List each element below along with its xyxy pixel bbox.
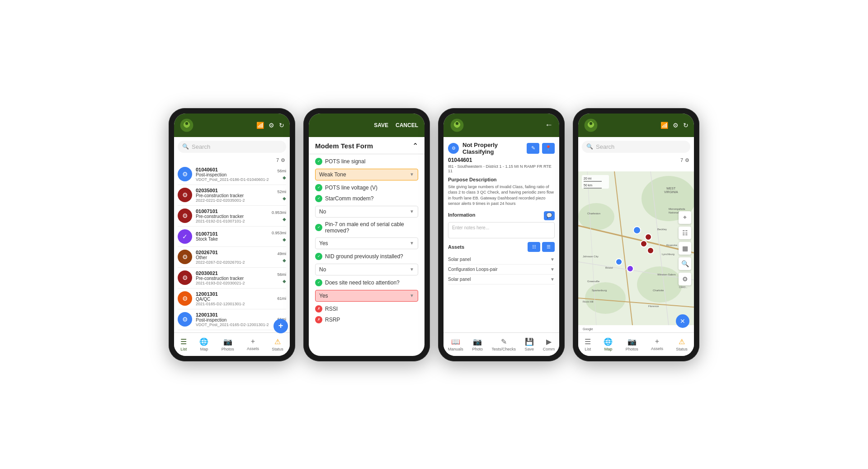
field-label: ✓ NID ground previously installed? bbox=[315, 253, 418, 260]
item-name: Post-inspection bbox=[196, 172, 274, 177]
collapse-icon[interactable]: ⌃ bbox=[412, 142, 418, 150]
settings-icon[interactable]: ⚙ bbox=[673, 122, 679, 129]
phone1-list[interactable]: ⚙ 01040601 Post-inspection VDOT_Post_202… bbox=[174, 164, 290, 332]
field-label: ✓ Pin-7 on male end of serial cable remo… bbox=[315, 221, 418, 234]
select-value: Yes bbox=[319, 293, 328, 299]
grid-view-button[interactable]: ☷ bbox=[528, 242, 540, 252]
refresh-icon[interactable]: ↻ bbox=[683, 122, 689, 129]
form-field-no1[interactable]: No ▼ bbox=[315, 206, 418, 218]
map-screen[interactable]: 20 mi 50 km WEST VIRGINIA Monongahela Na… bbox=[578, 164, 694, 332]
item-info: 02026701 Other 2022-0267-D2-02026701-2 bbox=[196, 250, 274, 265]
list-item[interactable]: ⚙ 01007101 Pre-construction tracker 2021… bbox=[178, 206, 286, 227]
nav-list-p4[interactable]: ☰ List bbox=[585, 337, 591, 351]
nav-comm[interactable]: ▶ Comm bbox=[543, 337, 555, 351]
save-button[interactable]: SAVE bbox=[374, 122, 388, 128]
nav-save[interactable]: 💾 Save bbox=[525, 337, 534, 351]
list-item[interactable]: ⚙ 02026701 Other 2022-0267-D2-02026701-2… bbox=[178, 247, 286, 268]
list-item[interactable]: ⚙ 12001301 QA/QC 2021-0165-D2-12001301-2… bbox=[178, 289, 286, 309]
asset-item[interactable]: Solar panel ▼ bbox=[448, 255, 555, 265]
form-field-no2[interactable]: No ▼ bbox=[315, 264, 418, 275]
app-logo-p3 bbox=[450, 118, 464, 133]
nav-map-p4[interactable]: 🌐 Map bbox=[604, 337, 613, 351]
map-controls: ⌖ ☷ ▦ 🔍 ⚙ bbox=[679, 211, 691, 285]
nav-photo[interactable]: 📷 Photo bbox=[472, 337, 483, 351]
settings-icon[interactable]: ⚙ bbox=[269, 122, 274, 129]
nav-manuals[interactable]: 📖 Manuals bbox=[448, 337, 463, 351]
location-button[interactable]: 📍 bbox=[542, 143, 555, 154]
form-field-weak-tone[interactable]: Weak Tone ▼ bbox=[315, 169, 418, 180]
field-label-text: StarComm modem? bbox=[325, 195, 373, 202]
location-ctrl[interactable]: ⌖ bbox=[679, 211, 691, 224]
phone4-search-bar[interactable]: 🔍 Search bbox=[582, 141, 690, 153]
svg-text:WEST: WEST bbox=[666, 187, 676, 190]
phone1-search-bar[interactable]: 🔍 Search bbox=[178, 141, 286, 153]
field-label: ✓ POTS line voltage (V) bbox=[315, 184, 418, 191]
select-value: No bbox=[319, 208, 326, 215]
nav-list[interactable]: ☰ List bbox=[180, 337, 187, 351]
item-distance: 56mi bbox=[277, 169, 286, 173]
nav-tests[interactable]: ✎ Tests/Checks bbox=[492, 337, 516, 351]
item-right: 49mi ◆ bbox=[277, 251, 286, 263]
nav-comm-label: Comm bbox=[543, 347, 555, 351]
svg-point-18 bbox=[645, 234, 651, 240]
asset-item[interactable]: Solar panel ▼ bbox=[448, 275, 555, 284]
nav-status-p4[interactable]: ⚠ Status bbox=[676, 337, 688, 351]
weak-tone-select[interactable]: Weak Tone ▼ bbox=[315, 169, 418, 180]
cancel-button[interactable]: CANCEL bbox=[396, 122, 418, 128]
item-icon: ⚙ bbox=[178, 250, 192, 264]
form-field-yes2[interactable]: Yes ▼ bbox=[315, 290, 418, 302]
back-icon[interactable]: ← bbox=[545, 120, 553, 130]
nav-map[interactable]: 🌐 Map bbox=[199, 337, 208, 351]
item-info: 12001301 Post-inspection VDOT_Post_2021-… bbox=[196, 312, 274, 327]
item-distance: 0.953mi bbox=[272, 231, 286, 235]
nav-photos[interactable]: 📷 Photos bbox=[222, 337, 234, 351]
expand-icon: ▼ bbox=[550, 267, 555, 272]
form-field-rsrp: ✗ RSRP bbox=[315, 316, 418, 323]
no-select-1[interactable]: No ▼ bbox=[315, 206, 418, 218]
form-field-rssi: ✗ RSSI bbox=[315, 305, 418, 313]
item-right: 0.953mi ◆ bbox=[272, 210, 286, 222]
item-id: 02035001 bbox=[196, 188, 274, 193]
add-fab[interactable]: + bbox=[274, 319, 288, 333]
no-select-2[interactable]: No ▼ bbox=[315, 264, 418, 275]
photo-icon: 📷 bbox=[473, 337, 482, 346]
layers-ctrl[interactable]: ▦ bbox=[679, 242, 691, 255]
yes-select-2[interactable]: Yes ▼ bbox=[315, 290, 418, 302]
item-id: 01007101 bbox=[196, 231, 268, 237]
close-map-fab[interactable]: ✕ bbox=[676, 314, 689, 328]
zoom-ctrl[interactable]: 🔍 bbox=[679, 257, 691, 270]
form-field-starcomm: ✓ StarComm modem? bbox=[315, 195, 418, 202]
nav-list-label: List bbox=[585, 347, 591, 351]
refresh-icon[interactable]: ↻ bbox=[279, 122, 284, 129]
list-item[interactable]: ⚙ 12001301 Post-inspection VDOT_Post_202… bbox=[178, 309, 286, 330]
svg-text:20 mi: 20 mi bbox=[584, 177, 592, 180]
nav-assets[interactable]: + Assets bbox=[247, 337, 259, 351]
item-right: 0.953mi ◆ bbox=[272, 231, 286, 242]
edit-button[interactable]: ✎ bbox=[527, 143, 539, 154]
list-item[interactable]: ✓ 01007101 Stock Take 0.953mi ◆ bbox=[178, 227, 286, 247]
list-item[interactable]: ⚙ 02030021 Pre-construction tracker 2021… bbox=[178, 268, 286, 289]
yes-select-1[interactable]: Yes ▼ bbox=[315, 237, 418, 249]
map-style-ctrl[interactable]: ☷ bbox=[679, 227, 691, 239]
list-item[interactable]: ⚙ 02035001 Pre-construction tracker 2022… bbox=[178, 185, 286, 206]
detail-title-row: ⚙ Not Properly Classifying ✎ 📍 bbox=[448, 142, 555, 155]
form-field-yes1[interactable]: Yes ▼ bbox=[315, 237, 418, 249]
nav-assets-p4[interactable]: + Assets bbox=[651, 337, 663, 351]
wifi-icon: 📶 bbox=[660, 122, 668, 129]
count-bar: 7 ⚙ bbox=[174, 156, 290, 164]
nav-photos-p4[interactable]: 📷 Photos bbox=[626, 337, 638, 351]
asset-name: Solar panel bbox=[448, 277, 471, 282]
field-label: ✓ Does site need telco attention? bbox=[315, 279, 418, 286]
assets-btns: ☷ ☰ bbox=[528, 242, 555, 252]
list-item[interactable]: ⚙ 01040601 Post-inspection VDOT_Post_202… bbox=[178, 164, 286, 185]
settings-map-ctrl[interactable]: ⚙ bbox=[679, 273, 691, 285]
item-right: 56mi ◆ bbox=[277, 169, 286, 180]
photos-icon: 📷 bbox=[627, 337, 637, 346]
notes-field[interactable]: Enter notes here... bbox=[448, 222, 555, 238]
list-view-button[interactable]: ☰ bbox=[542, 242, 555, 252]
asset-item[interactable]: Configuration Loops-pair ▼ bbox=[448, 265, 555, 275]
chat-button[interactable]: 💬 bbox=[544, 211, 555, 220]
nav-status[interactable]: ⚠ Status bbox=[272, 337, 283, 351]
svg-point-20 bbox=[647, 247, 654, 254]
phone4-count-bar: 7 ⚙ bbox=[578, 156, 694, 164]
